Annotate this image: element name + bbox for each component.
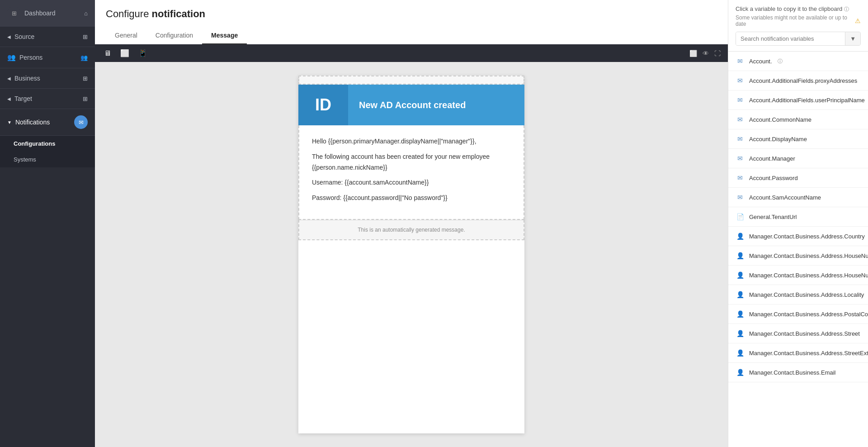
sidebar-item-source[interactable]: ◀ Source ⊞ <box>0 27 95 47</box>
email-footer: This is an automatically generated messa… <box>299 220 524 239</box>
tab-message[interactable]: Message <box>202 27 247 44</box>
filter-button[interactable]: ▼ <box>845 32 860 45</box>
sidebar-item-notifications[interactable]: ▼ Notifications ✉ <box>0 109 95 136</box>
sidebar-item-persons[interactable]: 👥 Persons 👥 <box>0 47 95 68</box>
preview-inner: ID New AD Account created Hello {{person… <box>95 62 728 447</box>
variable-item[interactable]: 👤Manager.Contact.Business.Address.Street <box>728 324 868 343</box>
variable-item[interactable]: ✉Account.DisplayName <box>728 129 868 149</box>
person-icon: 👤 <box>736 232 745 241</box>
dashboard-icon: ⊞ <box>7 6 21 20</box>
sidebar-item-label: Business <box>14 75 40 82</box>
envelope-icon: ✉ <box>736 193 745 202</box>
email-logo: ID <box>298 85 348 125</box>
action-icon: ⊞ <box>83 75 88 82</box>
variable-item[interactable]: 👤Manager.Contact.Business.Address.Street… <box>728 343 868 363</box>
variable-item[interactable]: 👤Manager.Contact.Business.Address.Postal… <box>728 304 868 324</box>
email-body-line3: Username: {{account.samAccountName}} <box>312 177 511 188</box>
variable-label: Manager.Contact.Business.Address.Localit… <box>749 291 864 298</box>
chevron-left-icon: ◀ <box>7 76 11 81</box>
variable-label: Account.Password <box>749 175 798 181</box>
email-header: ID New AD Account created <box>298 85 524 125</box>
sidebar-item-target[interactable]: ◀ Target ⊞ <box>0 89 95 109</box>
tabs: General Configuration Message <box>106 27 717 44</box>
variables-warning: Some variables might not be available or… <box>736 14 861 27</box>
action-icon: 👥 <box>80 54 88 61</box>
variable-item[interactable]: 👤Manager.Contact.Business.Email <box>728 363 868 382</box>
variable-label: Manager.Contact.Business.Email <box>749 369 835 376</box>
email-body-line1: Hello {{person.primaryManager.displayNam… <box>312 136 511 147</box>
variable-item[interactable]: ✉Account.AdditionalFields.proxyAddresses <box>728 71 868 90</box>
variable-item[interactable]: ✉Account.Password <box>728 168 868 188</box>
person-icon: 👤 <box>736 348 745 357</box>
variable-item[interactable]: ✉Account.ⓘ <box>728 52 868 71</box>
variable-item[interactable]: 👤Manager.Contact.Business.Address.Countr… <box>728 227 868 246</box>
person-icon: 👤 <box>736 309 745 319</box>
home-icon: ⌂ <box>84 10 88 17</box>
variable-item[interactable]: ✉Account.Manager <box>728 149 868 168</box>
email-body-line4: Password: {{account.password||"No passwo… <box>312 193 511 204</box>
email-preview: ID New AD Account created Hello {{person… <box>298 76 524 433</box>
sidebar-item-business[interactable]: ◀ Business ⊞ <box>0 68 95 89</box>
sidebar-item-configurations[interactable]: Configurations <box>0 136 95 152</box>
sidebar-item-systems[interactable]: Systems <box>0 152 95 167</box>
desktop-view-button[interactable]: 🖥 <box>102 48 113 58</box>
tab-configuration[interactable]: Configuration <box>146 27 202 44</box>
variable-item[interactable]: 👤Manager.Contact.Business.Address.HouseN… <box>728 246 868 266</box>
warning-icon: ⚠ <box>855 17 861 24</box>
envelope-icon: ✉ <box>736 115 745 124</box>
tab-general[interactable]: General <box>106 27 146 44</box>
tablet-wide-view-button[interactable]: ⬜ <box>118 48 131 58</box>
variable-item[interactable]: 👤Manager.Contact.Business.Address.Locali… <box>728 285 868 304</box>
variable-label: General.TenantUrl <box>749 214 797 220</box>
person-icon: 👤 <box>736 290 745 299</box>
variable-label: Account.AdditionalFields.proxyAddresses <box>749 77 857 84</box>
preview-wrapper: 🖥 ⬜ 📱 ⬜ 👁 ⛶ ID New AD Account created <box>95 44 728 447</box>
variables-header: Click a variable to copy it to the clipb… <box>728 0 868 52</box>
eye-icon[interactable]: 👁 <box>703 50 709 57</box>
chevron-left-icon: ◀ <box>7 34 11 39</box>
notifications-sub-items: Configurations Systems <box>0 136 95 167</box>
main-content: Configure notification General Configura… <box>95 0 728 447</box>
mobile-view-button[interactable]: 📱 <box>137 48 149 58</box>
sidebar-item-label: Notifications <box>15 119 50 126</box>
envelope-icon: ✉ <box>736 57 745 66</box>
variable-item[interactable]: ✉Account.AdditionalFields.userPrincipalN… <box>728 90 868 110</box>
variable-label: Manager.Contact.Business.Address.Street <box>749 330 860 337</box>
preview-toolbar: 🖥 ⬜ 📱 ⬜ 👁 ⛶ <box>95 44 728 62</box>
email-body: Hello {{person.primaryManager.displayNam… <box>299 125 524 219</box>
envelope-icon: ✉ <box>736 134 745 143</box>
sidebar-item-label: Persons <box>19 54 42 61</box>
variables-header-text: Click a variable to copy it to the clipb… <box>736 5 861 13</box>
page-title: Configure notification <box>106 8 717 20</box>
window-icon[interactable]: ⬜ <box>689 50 697 57</box>
doc-icon: 📄 <box>736 212 745 221</box>
variable-label: Account.AdditionalFields.userPrincipalNa… <box>749 97 865 104</box>
sidebar-item-dashboard[interactable]: ⊞ Dashboard ⌂ <box>0 0 95 27</box>
variables-list: ✉Account.ⓘ✉Account.AdditionalFields.prox… <box>728 52 868 447</box>
info-icon: ⓘ <box>778 58 783 65</box>
envelope-icon: ✉ <box>736 95 745 105</box>
persons-icon: 👥 <box>7 53 16 62</box>
expand-icon[interactable]: ⛶ <box>714 50 721 57</box>
variable-item[interactable]: ✉Account.SamAccountName <box>728 188 868 207</box>
person-icon: 👤 <box>736 329 745 338</box>
variable-item[interactable]: ✉Account.CommonName <box>728 110 868 129</box>
variable-label: Account.SamAccountName <box>749 194 821 201</box>
variable-label: Account.DisplayName <box>749 136 807 143</box>
chevron-down-icon: ▼ <box>7 120 12 125</box>
variable-item[interactable]: 📄General.TenantUrl <box>728 207 868 227</box>
search-box: ▼ <box>736 32 861 46</box>
action-icon: ⊞ <box>83 95 88 102</box>
person-icon: 👤 <box>736 271 745 280</box>
sidebar-item-label: Dashboard <box>24 10 56 17</box>
info-icon: ⓘ <box>844 6 849 12</box>
sidebar: ⊞ Dashboard ⌂ ◀ Source ⊞ 👥 Persons 👥 ◀ B… <box>0 0 95 447</box>
chevron-left-icon: ◀ <box>7 96 11 101</box>
notifications-icon: ✉ <box>74 115 88 129</box>
person-icon: 👤 <box>736 368 745 377</box>
variable-label: Account. <box>749 58 772 65</box>
search-input[interactable] <box>736 32 845 45</box>
variable-item[interactable]: 👤Manager.Contact.Business.Address.HouseN… <box>728 266 868 285</box>
sidebar-item-label: Target <box>14 95 32 102</box>
email-body-line2: The following account has been created f… <box>312 152 511 173</box>
